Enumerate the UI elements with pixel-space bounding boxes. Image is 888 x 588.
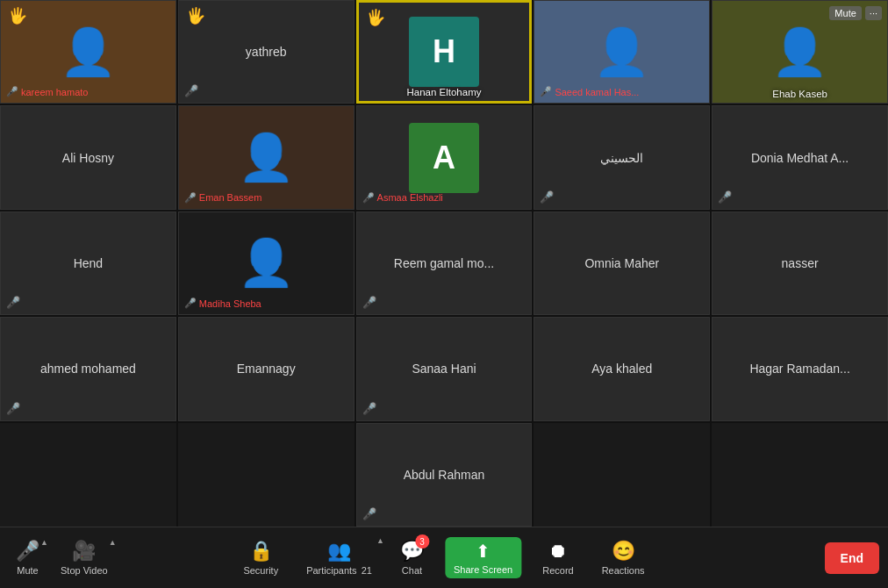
security-label: Security [243,565,278,576]
participant-hagar: Hagar Ramadan... [712,317,888,420]
reactions-icon: 😊 [612,540,635,563]
share-screen-button[interactable]: ⬆ Share Screen [445,537,521,578]
chat-badge: 3 [415,534,429,549]
participant-ehab: Mute ··· 👤 Ehab Kaseb [712,0,888,104]
asmaa-name-mute: 🎤 Asmaa Elshazli [362,192,443,204]
hussaini-mute: 🎤 [540,190,554,204]
omnia-name: Omnia Maher [584,256,659,270]
empty-cell-1 [0,423,176,527]
yathreb-mute: 🎤 [184,84,198,97]
mute-caret[interactable]: ▲ [40,538,48,547]
abdul-name: Abdul Rahman [404,468,485,482]
donia-name: Donia Medhat A... [751,151,849,165]
saeed-photo: 👤 [593,25,650,79]
asmaa-letter: A [433,140,455,176]
sanaa-mute: 🎤 [362,402,376,415]
madiha-name: Madiha Sheba [199,298,261,309]
stop-video-label: Stop Video [61,565,108,576]
hagar-name: Hagar Ramadan... [749,362,849,376]
toolbar-left: 🎤 Mute ▲ 🎥 Stop Video ▲ [9,536,115,579]
end-button[interactable]: End [825,542,879,574]
sanaa-name: Sanaa Hani [412,362,476,376]
toolbar: 🎤 Mute ▲ 🎥 Stop Video ▲ 🔒 Security 👥 Par… [0,527,888,588]
security-button[interactable]: 🔒 Security [236,536,285,579]
ehab-more-button[interactable]: ··· [865,6,882,20]
eman-name-mute: 🎤 Eman Bassem [184,192,262,204]
mute-label: Mute [17,565,38,576]
participant-sanaa: Sanaa Hani 🎤 [356,317,533,420]
saeed-name-mute: 🎤 Saeed kamal Has... [540,86,639,97]
mute-button[interactable]: 🎤 Mute ▲ [9,536,47,579]
aya-name: Aya khaled [591,362,652,376]
hend-mute: 🎤 [6,296,20,309]
stop-video-button[interactable]: 🎥 Stop Video ▲ [54,536,115,579]
record-button[interactable]: ⏺ Record [535,536,580,579]
yathreb-name: yathreb [246,45,287,59]
empty-cell-3 [534,423,710,527]
empty-cell-4 [712,423,888,527]
participant-yathreb: 🖐 yathreb 🎤 [178,0,354,104]
video-icon: 🎥 [72,540,96,563]
participants-button[interactable]: 👥 Participants 21 ▲ [299,536,379,579]
video-caret[interactable]: ▲ [109,538,117,547]
hussaini-name: الحسيني [600,151,643,165]
participant-hend: Hend 🎤 [0,212,176,315]
participant-nasser: nasser [712,212,888,315]
participant-asmaa: A 🎤 Asmaa Elshazli [356,105,533,209]
raise-hand-kareem: 🖐 [8,6,27,25]
ehab-top-badge: Mute ··· [829,6,882,20]
chat-label: Chat [402,565,422,576]
asmaa-name: Asmaa Elshazli [377,192,443,203]
kareem-mute-icon: 🎤 [6,86,18,97]
ahmed-mute: 🎤 [6,402,20,415]
chat-button[interactable]: 💬 3 Chat [393,536,431,579]
toolbar-center: 🔒 Security 👥 Participants 21 ▲ 💬 3 Chat … [236,536,651,579]
reem-mute: 🎤 [362,296,376,309]
video-grid: 🖐 👤 🎤 kareem hamato 🖐 yathreb 🎤 🖐 H Hana… [0,0,888,527]
participant-reem: Reem gamal mo... 🎤 [356,212,533,315]
ahmed-name: ahmed mohamed [40,362,136,376]
ehab-photo: 👤 [771,25,828,79]
security-icon: 🔒 [249,540,273,563]
eman-photo: 👤 [238,131,295,184]
yathreb-mute-icon: 🎤 [184,84,198,97]
participant-madiha: 👤 🎤 Madiha Sheba [178,212,354,315]
donia-mute: 🎤 [718,190,732,204]
mute-icon: 🎤 [16,540,39,563]
participant-donia: Donia Medhat A... 🎤 [712,105,888,209]
share-screen-label: Share Screen [454,564,512,575]
participant-ahmed: ahmed mohamed 🎤 [0,317,176,420]
eman-mute-icon: 🎤 [184,192,197,204]
participants-caret[interactable]: ▲ [376,536,384,545]
eman-name: Eman Bassem [199,192,262,203]
participant-eman: 👤 🎤 Eman Bassem [178,105,354,209]
abdul-mute: 🎤 [362,507,376,520]
participant-omnia: Omnia Maher [534,212,710,315]
asmaa-avatar: A [409,123,479,193]
raise-hand-hanan: 🖐 [366,8,385,27]
empty-cell-2 [178,423,354,527]
raise-hand-yathreb: 🖐 [186,6,205,25]
kareem-photo: 👤 [60,25,117,79]
hanan-letter: H [433,33,455,70]
record-label: Record [542,565,573,576]
participant-kareem: 🖐 👤 🎤 kareem hamato [0,0,176,104]
hend-name: Hend [74,256,103,270]
participants-icon: 👥 [327,540,351,563]
reactions-button[interactable]: 😊 Reactions [595,536,652,579]
reem-name: Reem gamal mo... [394,256,494,270]
saeed-mute-icon: 🎤 [540,86,552,97]
record-icon: ⏺ [548,540,568,563]
kareem-name-mute: 🎤 kareem hamato [6,86,88,97]
asmaa-mute-icon: 🎤 [362,192,375,204]
share-screen-icon: ⬆ [476,541,491,562]
participant-abdul: Abdul Rahman 🎤 [356,423,533,527]
nasser-name: nasser [782,256,819,270]
participants-label: Participants 21 [306,565,372,576]
saeed-name: Saeed kamal Has... [555,87,639,97]
participant-aya: Aya khaled [534,317,710,420]
ehab-name: Ehab Kaseb [772,89,827,99]
ali-name: Ali Hosny [62,151,114,165]
madiha-photo: 👤 [238,236,295,290]
ehab-mute-button[interactable]: Mute [829,6,861,20]
